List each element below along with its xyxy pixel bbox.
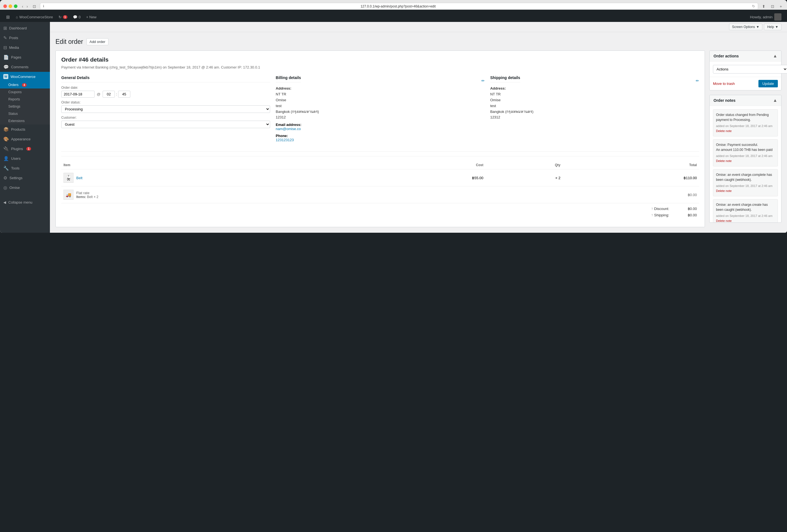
new-label: + New bbox=[86, 15, 97, 19]
address-bar[interactable]: ℹ 127.0.0.1/wp-admin/post.php?post=46&ac… bbox=[40, 3, 758, 10]
sidebar-item-omise[interactable]: ◎ Omise bbox=[0, 183, 50, 192]
reload-icon[interactable]: ↻ bbox=[752, 4, 755, 8]
maximize-traffic-light[interactable] bbox=[14, 4, 18, 8]
sidebar-label-users: Users bbox=[11, 156, 21, 161]
wp-logo-item[interactable]: ⊞ bbox=[3, 12, 13, 22]
howdy-item[interactable]: Howdy, admin bbox=[747, 13, 784, 21]
shipping-help-icon[interactable]: ? bbox=[652, 214, 653, 217]
sidebar-label-pages: Pages bbox=[11, 55, 21, 59]
delete-note-4-link[interactable]: Delete note bbox=[716, 218, 775, 222]
sidebar-item-products[interactable]: 📦 Products bbox=[0, 125, 50, 134]
sidebar-label-dashboard: Dashboard bbox=[9, 26, 27, 30]
updates-item[interactable]: ↻ 1 bbox=[56, 12, 70, 22]
billing-email-link[interactable]: nam@omise.co bbox=[276, 127, 301, 131]
customer-select[interactable]: Guest bbox=[61, 121, 270, 128]
sidebar-item-orders[interactable]: Orders 4 bbox=[0, 81, 50, 88]
billing-line-3: test bbox=[276, 103, 485, 109]
order-notes-title: Order notes bbox=[714, 98, 736, 103]
flat-rate-name: Flat rate bbox=[76, 191, 99, 195]
delete-note-1-link[interactable]: Delete note bbox=[716, 129, 775, 133]
order-subtitle: Payment via Internet Banking (chrg_test_… bbox=[61, 65, 699, 70]
order-title: Order #46 details bbox=[61, 56, 699, 63]
order-date-input[interactable] bbox=[61, 91, 94, 98]
sidebar-item-collapse[interactable]: ◀ Collapse menu bbox=[0, 198, 50, 207]
order-notes-box: Order notes ▲ Order status changed from … bbox=[709, 95, 782, 223]
new-tab-button[interactable]: ⊡ bbox=[769, 4, 776, 9]
back-button[interactable]: ‹ bbox=[21, 4, 24, 9]
screen-options-button[interactable]: Screen Options ▼ bbox=[729, 24, 763, 30]
note-text-3: Omise: an event charge.complete has been… bbox=[716, 172, 775, 182]
move-to-trash-link[interactable]: Move to trash bbox=[713, 82, 735, 86]
note-text-2: Omise: Payment successful.An amount 110.… bbox=[716, 142, 775, 152]
share-button[interactable]: ⬆ bbox=[760, 4, 767, 9]
order-note-2: Omise: Payment successful.An amount 110.… bbox=[713, 139, 778, 166]
users-icon: 👤 bbox=[3, 156, 9, 161]
note-text-4: Omise: an event charge.create has been c… bbox=[716, 202, 775, 212]
sidebar-item-users[interactable]: 👤 Users bbox=[0, 154, 50, 163]
shipping-line-3: test bbox=[490, 103, 699, 109]
posts-icon: ✎ bbox=[3, 35, 7, 41]
order-status-select[interactable]: Processing Pending payment On hold Compl… bbox=[61, 105, 270, 113]
add-tab-button[interactable]: + bbox=[778, 4, 784, 9]
sidebar-item-reports[interactable]: Reports bbox=[0, 96, 50, 103]
sidebar-item-woo-settings[interactable]: Settings bbox=[0, 103, 50, 110]
site-name-item[interactable]: ⌂ WooCommerceStore bbox=[13, 12, 56, 22]
discount-label: Discount: bbox=[654, 207, 669, 211]
sidebar-item-settings[interactable]: ⚙ Settings bbox=[0, 173, 50, 183]
order-time-min-input[interactable] bbox=[118, 91, 130, 98]
shipping-line-4: Bangkok (กรุงเทพมหานคร) bbox=[490, 109, 699, 115]
delete-note-3-link[interactable]: Delete note bbox=[716, 189, 775, 193]
billing-address: Address: NT TR Omise test Bangkok (กรุงเ… bbox=[276, 86, 485, 120]
order-notes-collapse-icon[interactable]: ▲ bbox=[773, 98, 777, 103]
col-total-header: Total bbox=[563, 161, 699, 169]
updates-icon: ↻ bbox=[59, 15, 62, 19]
billing-phone-link[interactable]: 123123123 bbox=[276, 138, 294, 142]
sidebar-label-woocommerce: WooCommerce bbox=[10, 75, 36, 79]
orders-label: Orders bbox=[8, 83, 19, 87]
add-order-button[interactable]: Add order bbox=[86, 38, 108, 45]
sidebar-item-pages[interactable]: 📄 Pages bbox=[0, 52, 50, 62]
sidebar-item-media[interactable]: ⊟ Media bbox=[0, 43, 50, 52]
sidebar-item-coupons[interactable]: Coupons bbox=[0, 88, 50, 96]
actions-dropdown[interactable]: Actions Email invoice / order details to… bbox=[713, 65, 787, 73]
sidebar-item-posts[interactable]: ✎ Posts bbox=[0, 33, 50, 43]
appearance-icon: 🎨 bbox=[3, 136, 9, 142]
order-time-hour-input[interactable] bbox=[103, 91, 115, 98]
sidebar-item-status[interactable]: Status bbox=[0, 110, 50, 117]
order-actions-collapse-icon[interactable]: ▲ bbox=[773, 54, 777, 59]
minimize-traffic-light[interactable] bbox=[8, 4, 12, 8]
col-cost-header: Cost bbox=[365, 161, 486, 169]
settings-icon: ⚙ bbox=[3, 175, 7, 180]
note-meta-2: added on September 18, 2017 at 2:46 am bbox=[716, 154, 775, 158]
order-actions-header: Order actions ▲ bbox=[710, 51, 781, 62]
orders-badge: 4 bbox=[22, 83, 27, 87]
sidebar-item-extensions[interactable]: Extensions bbox=[0, 117, 50, 125]
item-cost: ฿55.00 bbox=[365, 169, 486, 186]
discount-help-icon[interactable]: ? bbox=[652, 207, 653, 211]
shipping-edit-icon[interactable]: ✏ bbox=[696, 79, 699, 83]
help-button[interactable]: Help ▼ bbox=[764, 24, 782, 30]
sidebar-item-dashboard[interactable]: ⊞ Dashboard bbox=[0, 23, 50, 33]
billing-details-section: Billing details ✏ Address: NT TR Omise t… bbox=[276, 76, 485, 145]
sidebar-item-appearance[interactable]: 🎨 Appearance bbox=[0, 134, 50, 144]
sidebar-label-plugins: Plugins bbox=[11, 147, 23, 151]
close-traffic-light[interactable] bbox=[3, 4, 7, 8]
forward-button[interactable]: › bbox=[25, 4, 29, 9]
sidebar-item-plugins[interactable]: 🔌 Plugins 1 bbox=[0, 144, 50, 154]
comments-menu-icon: 💬 bbox=[3, 64, 9, 70]
sidebar-item-comments[interactable]: 💬 Comments bbox=[0, 62, 50, 72]
sidebar-item-tools[interactable]: 🔧 Tools bbox=[0, 163, 50, 173]
info-icon: ℹ bbox=[43, 4, 44, 8]
new-item[interactable]: + New bbox=[83, 12, 99, 22]
update-button[interactable]: Update bbox=[759, 80, 778, 87]
window-icon-button[interactable]: ⊡ bbox=[31, 4, 38, 9]
billing-edit-icon[interactable]: ✏ bbox=[482, 79, 485, 83]
delete-note-2-link[interactable]: Delete note bbox=[716, 159, 775, 163]
sidebar-item-woocommerce[interactable]: W WooCommerce bbox=[0, 72, 50, 81]
item-name-link[interactable]: Belt bbox=[76, 176, 82, 180]
comments-item[interactable]: 💬 0 bbox=[70, 12, 83, 22]
note-text-1: Order status changed from Pending paymen… bbox=[716, 112, 775, 122]
status-label: Status bbox=[8, 112, 18, 116]
tools-icon: 🔧 bbox=[3, 166, 9, 171]
extensions-label: Extensions bbox=[8, 119, 25, 123]
